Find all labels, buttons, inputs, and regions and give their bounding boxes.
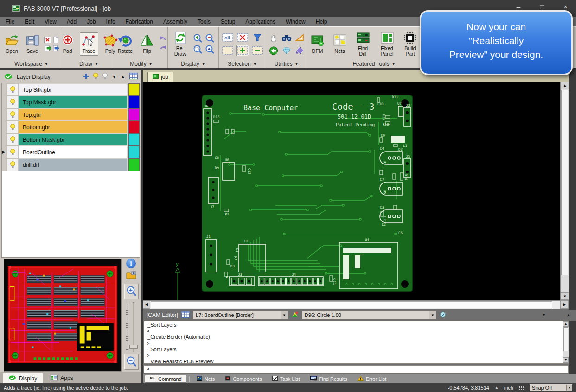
dcode-color-icon[interactable] <box>291 311 299 319</box>
bulb-on-icon[interactable] <box>6 108 19 121</box>
scroll-down-icon[interactable]: ▼ <box>563 357 569 363</box>
selection-filter-button[interactable] <box>251 32 264 43</box>
scroll-up-icon[interactable]: ▲ <box>563 321 569 327</box>
active-layer-dropdown[interactable]: L7: BoardOutline [Border] ▼ <box>193 311 288 319</box>
zoom-out-button[interactable] <box>205 33 216 44</box>
scrollbar-thumb[interactable] <box>561 90 568 275</box>
layer-table-icon[interactable] <box>129 73 138 81</box>
bulb-on-icon[interactable] <box>6 158 19 171</box>
layer-row-top[interactable]: Top.gbr <box>2 108 140 121</box>
tab-display[interactable]: Display <box>3 373 43 383</box>
scrollbar-thumb[interactable] <box>151 301 552 308</box>
menu-add[interactable]: Add <box>67 19 77 25</box>
tab-components[interactable]: Components <box>221 375 266 382</box>
select-window-button[interactable] <box>221 45 234 56</box>
scroll-left-icon[interactable]: ◀ <box>143 301 150 309</box>
grid-icon[interactable] <box>519 386 524 390</box>
display-group-label[interactable]: Display▼ <box>168 60 218 68</box>
bulb-on-icon[interactable] <box>6 146 19 158</box>
pan-hand-button[interactable] <box>267 32 280 43</box>
cam-canvas[interactable]: y <box>143 82 560 300</box>
zoom-in-button[interactable] <box>192 33 204 44</box>
active-dcode-dropdown[interactable]: D96: Circle 1.00 ▼ <box>302 311 436 319</box>
layer-color-swatch[interactable] <box>128 96 140 108</box>
layer-row-drill[interactable]: drill.drl <box>2 158 140 171</box>
tab-command[interactable]: Command <box>145 375 186 383</box>
draw-group-label[interactable]: Draw▼ <box>63 60 115 68</box>
preview-zoom-in-button[interactable] <box>124 284 139 299</box>
layer-color-swatch[interactable] <box>128 108 140 121</box>
command-input[interactable]: > <box>144 365 569 373</box>
slider-thumb[interactable] <box>129 345 138 349</box>
menu-fabrication[interactable]: Fabrication <box>126 19 153 25</box>
layer-color-swatch[interactable] <box>128 133 140 146</box>
open-button[interactable]: Open <box>3 33 21 55</box>
layer-row-bottom-mask[interactable]: Bottom Mask.gbr <box>2 133 140 146</box>
console-scrollbar[interactable]: ▲ ▼ <box>563 321 569 363</box>
undo-icon[interactable] <box>159 35 167 44</box>
tab-find-results[interactable]: Find Results <box>306 375 352 382</box>
move-up-icon[interactable]: ▲ <box>121 74 125 79</box>
add-layer-icon[interactable] <box>83 73 89 81</box>
select-add-button[interactable] <box>236 45 249 56</box>
dcode-edit-icon[interactable] <box>440 311 447 319</box>
build-part-button[interactable]: Build Part <box>402 30 419 58</box>
rotate-button[interactable]: Rotate <box>115 32 135 55</box>
fill-bucket-button[interactable] <box>293 45 306 56</box>
modify-group-label[interactable]: Modify▼ <box>115 60 167 68</box>
deselect-all-button[interactable] <box>236 32 249 43</box>
scroll-right-icon[interactable]: ▶ <box>560 300 569 309</box>
maximize-button[interactable]: □ <box>540 3 544 11</box>
workspace-group-label[interactable]: Workspace▼ <box>0 60 63 68</box>
nets-button[interactable]: Nets <box>331 32 349 55</box>
scroll-up-icon[interactable]: ▲ <box>561 82 569 89</box>
pcb-preview-thumbnail[interactable] <box>4 259 122 372</box>
gem-view-button[interactable] <box>280 45 293 56</box>
move-down-icon[interactable]: ▼ <box>112 74 116 79</box>
bulb-on-icon[interactable] <box>6 121 19 133</box>
fixed-panel-button[interactable]: Fixed Panel <box>378 30 397 58</box>
canvas-horizontal-scrollbar[interactable]: ◀ <box>143 300 560 309</box>
layer-row-top-silk[interactable]: Top Silk.gbr <box>2 83 140 96</box>
menu-info[interactable]: Info <box>106 19 115 25</box>
pad-button[interactable]: Pad <box>58 32 77 55</box>
close-button[interactable]: × <box>563 3 568 11</box>
menu-setup[interactable]: Setup <box>221 19 235 25</box>
scrollbar-thumb[interactable] <box>563 327 568 351</box>
layer-color-swatch[interactable] <box>128 83 140 96</box>
command-history[interactable]: '_Sort Layers > '_Create Border (Automat… <box>144 321 569 364</box>
layer-row-bottom[interactable]: Bottom.gbr <box>2 121 140 133</box>
redraw-button[interactable]: Re-Draw <box>171 30 190 58</box>
menu-applications[interactable]: Applications <box>245 19 275 25</box>
menu-help[interactable]: Help <box>316 19 327 25</box>
menu-tools[interactable]: Tools <box>198 19 211 25</box>
tab-job[interactable]: job <box>147 72 173 82</box>
find-diff-button[interactable]: Find Diff <box>353 30 373 58</box>
tab-error-list[interactable]: Error List <box>353 375 391 382</box>
layer-color-swatch[interactable] <box>128 158 140 171</box>
chevron-down-icon[interactable]: ▼ <box>429 311 436 319</box>
find-binoculars-button[interactable] <box>280 32 293 43</box>
layer-row-top-mask[interactable]: Top Mask.gbr <box>2 96 140 108</box>
trace-button[interactable]: Trace <box>80 32 98 55</box>
bulb-on-icon[interactable] <box>6 83 19 96</box>
tab-apps[interactable]: Apps <box>45 373 78 383</box>
menu-window[interactable]: Window <box>286 19 306 25</box>
redo-icon[interactable] <box>159 44 167 53</box>
layer-color-swatch[interactable] <box>128 121 140 133</box>
menu-job[interactable]: Job <box>87 19 96 25</box>
dfm-button[interactable]: DFM <box>309 32 326 55</box>
tab-nets[interactable]: Nets <box>192 375 219 382</box>
select-all-button[interactable]: All <box>221 32 234 43</box>
bulb-on-icon[interactable] <box>6 96 19 108</box>
menu-assembly[interactable]: Assembly <box>163 19 187 25</box>
expand-console-icon[interactable]: ▲ <box>566 313 570 317</box>
bulb-on-icon[interactable] <box>6 133 19 146</box>
zoom-all-button[interactable]: A <box>205 44 216 55</box>
measure-ruler-button[interactable] <box>293 32 306 43</box>
preview-zoom-slider[interactable] <box>126 302 138 352</box>
utilities-group-label[interactable]: Utilities▼ <box>266 60 307 68</box>
menu-file[interactable]: File <box>6 19 14 25</box>
menu-edit[interactable]: Edit <box>25 19 34 25</box>
back-button[interactable] <box>267 45 280 56</box>
